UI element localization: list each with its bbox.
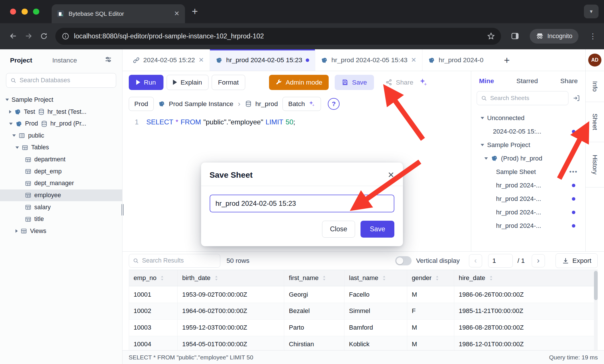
environment-chip[interactable]: Prod [129, 97, 154, 111]
table-scrollbar[interactable] [594, 270, 598, 350]
user-avatar[interactable]: AD [588, 54, 601, 67]
sheet-item[interactable]: hr_prod 2024-... [471, 192, 585, 206]
sheet-name-input[interactable] [210, 195, 395, 212]
table-row[interactable]: 100021964-06-02T00:00:00ZBezalelSimmelF1… [129, 303, 598, 320]
tree-item-schema-public[interactable]: public [0, 130, 122, 142]
sidebar-resize-handle[interactable] [121, 204, 124, 216]
column-header[interactable]: last_name [344, 270, 407, 286]
page-input[interactable] [488, 254, 513, 268]
tree-item-table-salary[interactable]: salary [0, 201, 122, 213]
sheet-item[interactable]: hr_prod 2024-... [471, 206, 585, 219]
tab-project[interactable]: Project [10, 56, 32, 64]
database-search-input[interactable] [20, 77, 112, 84]
close-tab-icon[interactable]: ✕ [411, 56, 416, 64]
sheet-item[interactable]: 2024-02-05 15:... [471, 125, 585, 138]
chevron-down-icon[interactable] [481, 144, 484, 146]
format-button[interactable]: Format [212, 75, 245, 90]
tree-item-table-employee[interactable]: employee [0, 189, 122, 201]
close-dialog-icon[interactable]: ✕ [388, 171, 395, 179]
tree-item-table-department[interactable]: department [0, 154, 122, 166]
batch-button[interactable]: Batch [282, 97, 321, 111]
tree-item-test-database[interactable]: Test hr_test (Test... [0, 106, 122, 118]
column-header[interactable]: gender [407, 270, 454, 286]
reload-button[interactable] [36, 28, 52, 44]
tab-starred[interactable]: Starred [517, 77, 538, 85]
sheet-item-sample-sheet[interactable]: Sample Sheet ••• [471, 165, 585, 179]
tree-item-table-title[interactable]: title [0, 213, 122, 225]
results-search-box[interactable] [129, 254, 221, 268]
column-header[interactable]: birth_date [178, 270, 284, 286]
share-button[interactable]: Share [382, 75, 417, 90]
maximize-window-button[interactable] [33, 9, 39, 15]
prev-page-button[interactable]: ‹ [469, 254, 482, 267]
breadcrumb-instance[interactable]: Prod Sample Instance [158, 100, 233, 108]
sheet-item[interactable]: hr_prod 2024-... [471, 219, 585, 232]
add-tab-button[interactable]: + [499, 49, 515, 71]
tab-shared[interactable]: Share [560, 77, 578, 85]
tab-sheet[interactable]: Sheet [586, 102, 604, 142]
tab-history[interactable]: History [586, 142, 604, 187]
sheet-search-box[interactable] [477, 91, 568, 105]
table-row[interactable]: 100011953-09-02T00:00:00ZGeorgiFacelloM1… [129, 286, 598, 303]
chevron-down-icon[interactable] [9, 123, 13, 125]
tab-mine[interactable]: Mine [479, 77, 494, 85]
database-search-box[interactable] [6, 73, 116, 88]
forward-button[interactable] [21, 28, 36, 44]
sort-icon[interactable] [214, 275, 219, 281]
tree-item-prod-database[interactable]: Prod hr_prod (Pr... [0, 118, 122, 130]
chevron-right-icon[interactable] [15, 229, 18, 233]
back-button[interactable] [5, 28, 21, 44]
scrollbar-thumb[interactable] [594, 271, 598, 300]
site-info-icon[interactable] [62, 32, 69, 40]
save-button[interactable]: Save [335, 75, 374, 90]
more-actions-icon[interactable]: ••• [569, 169, 578, 175]
export-button[interactable]: Export [556, 253, 598, 268]
table-row[interactable]: 100031959-12-03T00:00:00ZPartoBamfordM19… [129, 319, 598, 336]
tab-search-button[interactable]: ▾ [584, 5, 599, 18]
column-header[interactable]: first_name [284, 270, 344, 286]
tree-item-project[interactable]: Sample Project [0, 94, 122, 106]
table-row[interactable]: 100041954-05-01T00:00:00ZChirstianKoblic… [129, 336, 598, 350]
next-page-button[interactable]: › [532, 254, 545, 267]
dialog-close-button[interactable]: Close [322, 221, 355, 238]
sort-icon[interactable] [488, 275, 494, 281]
tree-item-table-dept-emp[interactable]: dept_emp [0, 165, 122, 177]
browser-tab[interactable]: Bytebase SQL Editor ✕ [52, 4, 185, 23]
sort-icon[interactable] [435, 275, 440, 281]
editor-tab-3[interactable]: hr_prod 2024-02-05 15:43 ✕ [315, 49, 422, 71]
sheet-item[interactable]: hr_prod 2024-... [471, 179, 585, 192]
close-tab-icon[interactable]: ✕ [174, 10, 180, 17]
sort-icon[interactable] [159, 275, 165, 281]
collapse-panel-icon[interactable] [572, 94, 580, 102]
sheet-group-project[interactable]: Sample Project [471, 138, 585, 152]
chevron-down-icon[interactable] [12, 134, 16, 137]
column-header[interactable]: hire_date [454, 270, 598, 286]
new-tab-button[interactable]: + [192, 6, 198, 17]
results-search-input[interactable] [142, 257, 216, 264]
bookmark-star-icon[interactable] [487, 32, 495, 40]
vertical-display-toggle[interactable] [395, 256, 411, 265]
tab-instance[interactable]: Instance [52, 56, 77, 64]
chevron-down-icon[interactable] [484, 157, 488, 160]
chevron-right-icon[interactable] [9, 110, 11, 113]
breadcrumb-database[interactable]: hr_prod [245, 100, 278, 108]
sheet-search-input[interactable] [490, 95, 564, 101]
close-window-button[interactable] [10, 9, 16, 15]
tab-info[interactable]: Info [586, 71, 604, 102]
editor-tab-1[interactable]: 2024-02-05 15:22 ✕ [127, 49, 210, 71]
chevron-down-icon[interactable] [5, 99, 9, 101]
editor-tab-2-active[interactable]: hr_prod 2024-02-05 15:23 [210, 49, 315, 71]
sort-icon[interactable] [381, 275, 387, 281]
column-header[interactable]: emp_no [129, 270, 178, 286]
sort-icon[interactable] [322, 275, 327, 281]
tree-item-tables-group[interactable]: Tables [0, 142, 122, 154]
editor-tab-4[interactable]: hr_prod 2024-0 [422, 49, 499, 71]
sidebar-filter-button[interactable] [104, 56, 112, 65]
chevron-down-icon[interactable] [15, 146, 19, 149]
sheet-group-unconnected[interactable]: Unconnected [471, 111, 585, 125]
chevron-down-icon[interactable] [481, 117, 484, 119]
dialog-save-button[interactable]: Save [361, 221, 394, 238]
url-text[interactable]: localhost:8080/sql-editor/prod-sample-in… [74, 32, 482, 40]
admin-mode-button[interactable]: Admin mode [269, 75, 328, 90]
browser-menu-button[interactable]: ⋮ [587, 32, 599, 40]
